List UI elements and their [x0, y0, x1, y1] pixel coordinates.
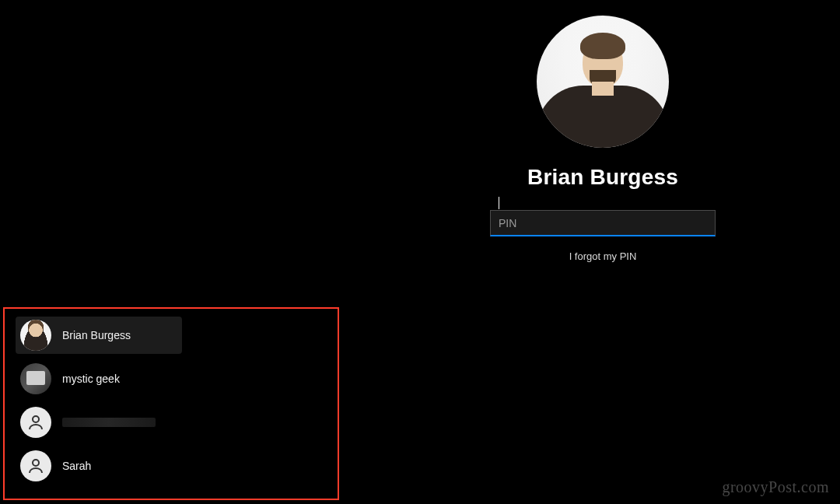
svg-point-0 — [33, 416, 39, 422]
user-switcher-panel: Brian Burgess mystic geek Sarah — [3, 307, 339, 500]
selected-user-avatar — [537, 16, 669, 148]
user-tile-mystic[interactable]: mystic geek — [16, 360, 182, 397]
forgot-pin-link[interactable]: I forgot my PIN — [569, 250, 637, 262]
selected-user-name: Brian Burgess — [527, 165, 678, 190]
pin-input[interactable] — [490, 210, 716, 236]
user-tile-label: mystic geek — [62, 373, 120, 385]
user-avatar-icon — [20, 363, 51, 394]
user-tile-redacted[interactable] — [16, 404, 182, 441]
user-avatar-icon — [20, 407, 51, 438]
svg-point-1 — [33, 460, 39, 466]
login-panel: Brian Burgess I forgot my PIN — [467, 16, 739, 262]
user-tile-label: Sarah — [62, 460, 91, 472]
user-tile-label-redacted — [62, 418, 156, 427]
user-avatar-icon — [20, 320, 51, 351]
user-tile-brian[interactable]: Brian Burgess — [16, 317, 182, 354]
watermark-text: groovyPost.com — [722, 478, 829, 496]
text-caret — [499, 197, 499, 209]
user-avatar-icon — [20, 450, 51, 481]
user-tile-label: Brian Burgess — [62, 329, 131, 341]
user-tile-sarah[interactable]: Sarah — [16, 447, 182, 485]
